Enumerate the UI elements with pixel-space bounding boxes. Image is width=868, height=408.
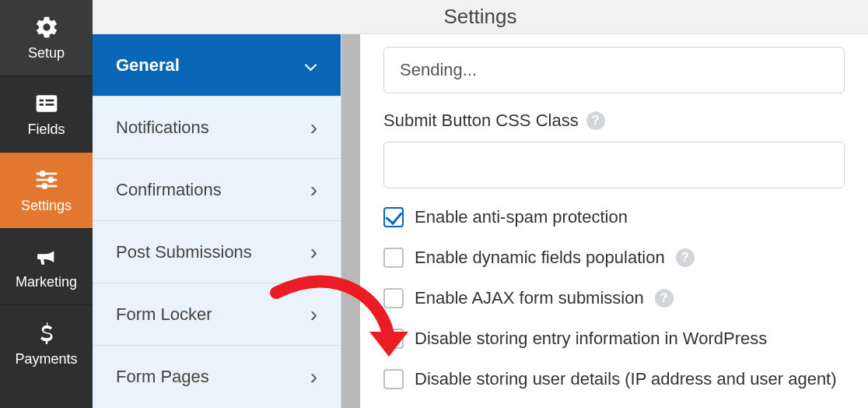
- help-icon[interactable]: ?: [655, 289, 674, 308]
- sidebar-item-label: Settings: [21, 198, 72, 214]
- page-title: Settings: [93, 0, 868, 34]
- option-row: Enable anti-spam protection: [383, 207, 845, 227]
- option-label: Disable storing user details (IP address…: [415, 369, 837, 389]
- gear-icon: [33, 14, 60, 40]
- subnav-item-label: General: [116, 55, 180, 76]
- sidebar-item-payments[interactable]: Payments: [0, 305, 93, 382]
- list-icon: [33, 90, 60, 117]
- subnav-item-form-pages[interactable]: Form Pages: [93, 346, 341, 408]
- checkbox[interactable]: [383, 288, 404, 308]
- option-label: Enable AJAX form submission: [415, 288, 644, 308]
- checkbox[interactable]: [383, 207, 404, 227]
- css-class-input[interactable]: [383, 142, 845, 188]
- main-sidebar: Setup Fields Settings Marketing Payments: [0, 0, 93, 408]
- option-row: Disable storing user details (IP address…: [383, 369, 845, 389]
- option-row: Enable AJAX form submission?: [383, 288, 845, 308]
- dollar-icon: [33, 320, 60, 346]
- svg-rect-4: [45, 104, 54, 106]
- sidebar-item-settings[interactable]: Settings: [0, 153, 93, 229]
- subnav-item-label: Notifications: [116, 118, 209, 138]
- svg-rect-3: [39, 104, 43, 106]
- subnav-item-notifications[interactable]: Notifications: [93, 97, 341, 159]
- option-label: Enable anti-spam protection: [415, 207, 628, 227]
- subnav-item-label: Form Locker: [116, 304, 212, 325]
- subnav-item-confirmations[interactable]: Confirmations: [93, 159, 341, 221]
- subnav-item-form-locker[interactable]: Form Locker: [93, 283, 341, 346]
- option-label: Disable storing entry information in Wor…: [415, 329, 767, 349]
- column-gutter: [341, 34, 360, 408]
- subnav-item-label: Form Pages: [116, 367, 209, 387]
- chevron-right-icon: [310, 178, 317, 202]
- help-icon[interactable]: ?: [586, 111, 605, 130]
- subnav-item-general[interactable]: General: [93, 34, 341, 97]
- svg-rect-7: [36, 179, 57, 181]
- sliders-icon: [33, 167, 60, 193]
- subnav-item-label: Confirmations: [116, 180, 222, 200]
- option-label: Enable dynamic fields population: [415, 248, 665, 268]
- subnav-item-label: Post Submissions: [116, 242, 252, 262]
- options-list: Enable anti-spam protectionEnable dynami…: [383, 207, 845, 389]
- sidebar-item-label: Payments: [15, 351, 77, 368]
- option-row: Enable dynamic fields population?: [383, 248, 845, 268]
- sidebar-item-fields[interactable]: Fields: [0, 76, 93, 153]
- svg-point-6: [39, 171, 45, 177]
- svg-rect-2: [45, 100, 54, 102]
- submit-button-text-input[interactable]: [383, 47, 845, 93]
- sidebar-item-label: Fields: [27, 121, 65, 138]
- svg-point-8: [47, 177, 54, 183]
- settings-panel: Submit Button CSS Class ? Enable anti-sp…: [360, 34, 868, 408]
- checkbox[interactable]: [383, 248, 404, 268]
- checkbox[interactable]: [383, 369, 404, 389]
- sidebar-item-marketing[interactable]: Marketing: [0, 229, 93, 305]
- chevron-right-icon: [310, 240, 317, 265]
- css-class-label-text: Submit Button CSS Class: [383, 111, 579, 131]
- settings-subnav: General Notifications Confirmations Post…: [93, 34, 341, 408]
- subnav-item-post-submissions[interactable]: Post Submissions: [93, 221, 341, 283]
- sidebar-item-label: Marketing: [16, 274, 77, 290]
- svg-point-10: [41, 183, 47, 189]
- checkbox[interactable]: [383, 329, 404, 349]
- svg-rect-1: [39, 100, 43, 102]
- chevron-right-icon: [310, 302, 317, 327]
- bullhorn-icon: [33, 243, 60, 269]
- help-icon[interactable]: ?: [676, 248, 695, 267]
- chevron-right-icon: [310, 364, 317, 389]
- chevron-right-icon: [310, 115, 317, 140]
- css-class-label: Submit Button CSS Class ?: [383, 111, 845, 131]
- option-row: Disable storing entry information in Wor…: [383, 329, 845, 349]
- sidebar-item-setup[interactable]: Setup: [0, 0, 93, 76]
- chevron-down-icon: [305, 59, 317, 72]
- sidebar-item-label: Setup: [28, 45, 65, 62]
